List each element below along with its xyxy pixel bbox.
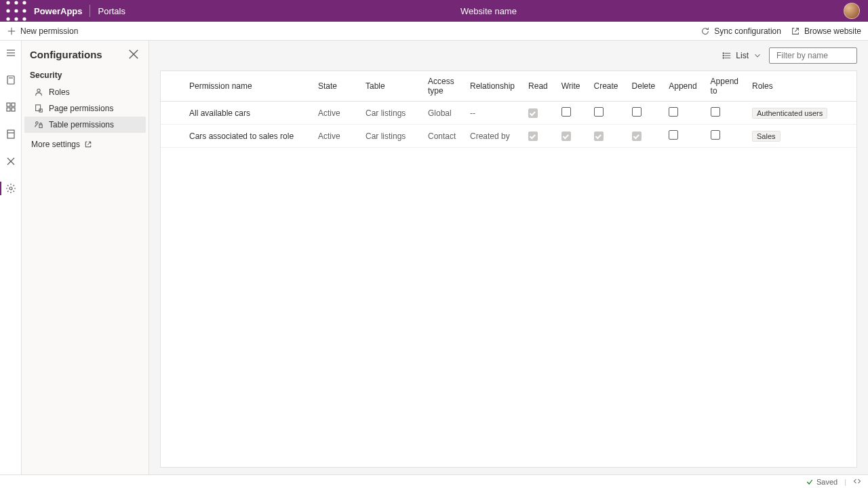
checkbox-read[interactable] <box>528 131 538 141</box>
rail-templates-icon[interactable] <box>0 125 22 144</box>
checkbox-delete[interactable] <box>632 107 642 117</box>
panel-title: Configurations <box>30 49 102 60</box>
svg-point-7 <box>14 17 18 20</box>
svg-line-23 <box>7 161 11 165</box>
cell-state: Active <box>311 102 359 125</box>
svg-point-6 <box>6 17 9 20</box>
svg-point-8 <box>22 17 26 20</box>
rail-components-icon[interactable] <box>0 98 22 117</box>
checkbox-create[interactable] <box>594 131 604 141</box>
left-rail <box>0 41 22 474</box>
checkbox-append[interactable] <box>669 130 678 140</box>
more-settings-label: More settings <box>31 140 80 149</box>
svg-rect-19 <box>7 108 10 111</box>
browse-website-label: Browse website <box>804 26 861 36</box>
rail-hamburger[interactable] <box>0 43 22 62</box>
cell-permission-name: All available cars <box>182 102 311 125</box>
person-icon <box>34 87 43 97</box>
svg-point-5 <box>22 9 26 12</box>
th-state[interactable]: State <box>311 71 359 102</box>
filter-by-name[interactable] <box>769 47 857 64</box>
filter-input[interactable] <box>776 51 868 60</box>
brand-label[interactable]: PowerApps <box>27 6 90 16</box>
checkbox-create[interactable] <box>594 107 604 117</box>
checkbox-write[interactable] <box>561 107 571 117</box>
cell-relationship: Created by <box>463 125 521 148</box>
view-list-button[interactable]: List <box>722 51 762 60</box>
waffle-icon[interactable] <box>5 0 27 22</box>
th-append[interactable]: Append <box>662 71 703 102</box>
cell-access: Contact <box>421 125 463 148</box>
svg-point-40 <box>723 55 724 56</box>
cell-relationship: -- <box>463 102 521 125</box>
nav-roles-label: Roles <box>49 87 70 97</box>
sync-configuration-label: Sync configuration <box>714 26 781 36</box>
checkbox-read[interactable] <box>528 108 538 118</box>
cell-state: Active <box>311 125 359 148</box>
cell-access: Global <box>421 102 463 125</box>
svg-rect-18 <box>12 103 15 106</box>
svg-rect-21 <box>7 130 14 138</box>
svg-point-0 <box>6 1 9 4</box>
checkbox-append[interactable] <box>669 107 678 117</box>
browse-website-button[interactable]: Browse website <box>791 26 861 36</box>
th-write[interactable]: Write <box>555 71 587 102</box>
th-access-type[interactable]: Access type <box>421 71 463 102</box>
th-append-to[interactable]: Append to <box>704 71 745 102</box>
product-label[interactable]: Portals <box>90 6 134 16</box>
th-create[interactable]: Create <box>587 71 625 102</box>
th-table[interactable]: Table <box>359 71 421 102</box>
website-name: Website name <box>134 6 844 16</box>
rail-settings-icon[interactable] <box>0 179 22 198</box>
new-permission-button[interactable]: New permission <box>7 26 78 36</box>
nav-table-permissions-label: Table permissions <box>49 120 114 129</box>
table-row[interactable]: All available carsActiveCar listingsGlob… <box>161 102 856 125</box>
more-settings-link[interactable]: More settings <box>22 133 149 156</box>
nav-roles[interactable]: Roles <box>24 84 146 100</box>
th-roles[interactable]: Roles <box>745 71 856 102</box>
checkbox-append_to[interactable] <box>711 107 720 117</box>
close-panel-button[interactable] <box>127 47 140 61</box>
svg-line-24 <box>11 158 14 161</box>
rail-pages-icon[interactable] <box>0 70 22 89</box>
checkbox-append_to[interactable] <box>711 130 720 140</box>
sync-configuration-button[interactable]: Sync configuration <box>701 26 781 36</box>
code-view-button[interactable] <box>853 477 861 487</box>
svg-rect-31 <box>36 105 41 111</box>
status-bar: Saved | <box>0 474 868 488</box>
content-toolbar: List <box>160 47 857 64</box>
nav-table-permissions[interactable]: Table permissions <box>24 117 146 133</box>
th-permission-name[interactable]: Permission name <box>182 71 311 102</box>
external-link-icon <box>791 26 800 36</box>
list-icon <box>722 51 732 60</box>
th-read[interactable]: Read <box>521 71 555 102</box>
view-list-label: List <box>736 51 749 60</box>
checkbox-write[interactable] <box>561 131 571 141</box>
svg-rect-17 <box>7 103 10 106</box>
th-delete[interactable]: Delete <box>625 71 663 102</box>
avatar[interactable] <box>844 3 860 19</box>
svg-point-30 <box>37 89 40 92</box>
permissions-table: Permission name State Table Access type … <box>161 71 856 148</box>
svg-point-3 <box>6 9 9 12</box>
plus-icon <box>7 26 16 36</box>
svg-line-25 <box>7 158 11 161</box>
table-row[interactable]: Cars associated to sales roleActiveCar l… <box>161 125 856 148</box>
app-topbar: PowerApps Portals Website name <box>0 0 868 22</box>
svg-rect-15 <box>7 76 14 84</box>
saved-label: Saved <box>816 478 837 486</box>
th-relationship[interactable]: Relationship <box>463 71 521 102</box>
saved-indicator: Saved <box>806 478 837 486</box>
svg-rect-20 <box>12 108 15 111</box>
external-link-icon <box>84 140 92 148</box>
rail-tools-icon[interactable] <box>0 152 22 171</box>
svg-point-2 <box>22 1 26 4</box>
svg-point-4 <box>14 9 18 12</box>
svg-line-11 <box>795 28 798 31</box>
chevron-down-icon <box>753 51 762 60</box>
table-lock-icon <box>34 120 43 129</box>
checkbox-delete[interactable] <box>632 131 642 141</box>
page-lock-icon <box>34 104 43 113</box>
nav-page-permissions[interactable]: Page permissions <box>24 100 146 117</box>
sync-icon <box>701 26 710 36</box>
